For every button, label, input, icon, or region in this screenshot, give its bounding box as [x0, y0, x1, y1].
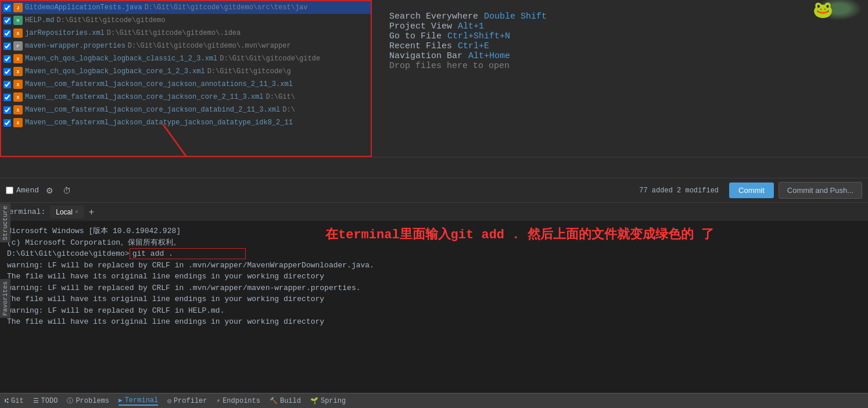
status-bar-todo[interactable]: ☰ TODO: [33, 397, 58, 405]
file-checkbox[interactable]: [3, 81, 11, 88]
terminal-warning-line: The file will have its original line end…: [7, 271, 861, 282]
shortcut-key: Ctrl+E: [458, 41, 489, 51]
file-path: D:\Git\: [266, 93, 295, 101]
shortcut-row: Drop files here to open: [389, 61, 851, 71]
shortcut-key: Double Shift: [484, 12, 547, 22]
file-checkbox[interactable]: [3, 17, 11, 24]
file-item[interactable]: X Maven__com_fasterxml_jackson_datatype_…: [1, 116, 371, 129]
file-checkbox[interactable]: [3, 55, 11, 63]
problems-label: Problems: [76, 397, 109, 405]
file-checkbox[interactable]: [3, 94, 11, 101]
terminal-warning-line: warning: LF will be replaced by CRLF in …: [7, 305, 861, 317]
terminal-tab-close[interactable]: ×: [75, 209, 78, 215]
terminal-prompt: D:\Git\Git\gitcode\gitdemo>: [7, 248, 130, 260]
file-item[interactable]: M HELP.md D:\Git\Git\gitcode\gitdemo: [1, 14, 371, 27]
shortcut-row: Recent Files Ctrl+E: [389, 41, 851, 51]
shortcut-row: Navigation Bar Alt+Home: [389, 51, 851, 61]
commit-bar: Amend ⚙ ⏱ 77 added 2 modified Commit Com…: [0, 178, 868, 202]
shortcut-key: Alt+Home: [468, 51, 510, 61]
file-checkbox[interactable]: [3, 68, 11, 76]
file-checkbox[interactable]: [3, 42, 11, 50]
commit-message-area[interactable]: [0, 157, 868, 178]
file-path: D:\Git\Git\gitcode\gitdemo\src\test\jav: [145, 3, 308, 12]
shortcut-label: Navigation Bar: [389, 51, 462, 61]
file-item[interactable]: J GitdemoApplicationTests.java D:\Git\Gi…: [1, 1, 371, 14]
terminal-warning-line: warning: LF will be replaced by CRLF in …: [7, 282, 861, 294]
file-name: jarRepositories.xml: [25, 29, 105, 37]
status-bar-build[interactable]: 🔨 Build: [270, 397, 301, 405]
terminal-add-button[interactable]: +: [87, 207, 96, 217]
terminal-command-line: D:\Git\Git\gitcode\gitdemo>: [7, 248, 861, 260]
file-name: Maven__com_fasterxml_jackson_datatype_ja…: [25, 119, 293, 127]
terminal-label: Terminal:: [5, 207, 45, 216]
settings-button[interactable]: ⚙: [44, 185, 56, 196]
commit-push-button[interactable]: Commit and Push...: [779, 182, 862, 199]
terminal-line: (c) Microsoft Corporation。保留所有权利。: [7, 237, 861, 249]
file-path: D:\Git\Git\gitcode\gitdemo: [56, 16, 165, 24]
file-path: D:\: [282, 106, 295, 114]
amend-label: Amend: [16, 186, 39, 195]
file-list-area: J GitdemoApplicationTests.java D:\Git\Gi…: [0, 0, 868, 157]
terminal-section: Terminal: Local × + 在terminal里面输入git add…: [0, 202, 868, 393]
file-checkbox[interactable]: [3, 106, 11, 114]
status-bar-endpoints[interactable]: ⚡ Endpoints: [217, 397, 260, 405]
file-item[interactable]: X Maven__com_fasterxml_jackson_core_jack…: [1, 78, 371, 91]
shortcut-label: Go to File: [389, 31, 442, 41]
status-bar: ⑆ Git ☰ TODO ⓘ Problems ▶ Terminal ◎ Pro…: [0, 393, 868, 408]
status-bar-terminal[interactable]: ▶ Terminal: [119, 396, 158, 406]
file-name: Maven__com_fasterxml_jackson_core_jackso…: [25, 106, 280, 114]
file-name: Maven_ch_qos_logback_logback_classic_1_2…: [25, 55, 217, 63]
file-item[interactable]: X jarRepositories.xml D:\Git\Git\gitcode…: [1, 27, 371, 40]
shortcut-label: Recent Files: [389, 41, 452, 51]
file-item[interactable]: X Maven_ch_qos_logback_logback_classic_1…: [1, 52, 371, 65]
terminal-line: Microsoft Windows [版本 10.0.19042.928]: [7, 226, 861, 237]
amend-checkbox[interactable]: Amend: [6, 186, 39, 195]
file-name: Maven__com_fasterxml_jackson_core_jackso…: [25, 80, 293, 88]
status-bar-problems[interactable]: ⓘ Problems: [67, 396, 109, 405]
spring-label: Spring: [321, 397, 346, 405]
history-button[interactable]: ⏱: [60, 185, 73, 196]
status-text: 77 added 2 modified: [639, 187, 719, 195]
status-bar-spring[interactable]: 🌱 Spring: [310, 397, 346, 405]
git-label: Git: [11, 397, 24, 405]
shortcut-key: Alt+1: [458, 22, 484, 31]
structure-sidebar[interactable]: Structure: [0, 203, 10, 242]
file-name: GitdemoApplicationTests.java: [25, 3, 142, 12]
shortcut-label: Search Everywhere: [389, 12, 478, 22]
file-path: D:\Git\Git\gitcode\gitdemo\.idea: [107, 29, 241, 37]
file-checkbox[interactable]: [3, 4, 11, 12]
terminal-tabs: Terminal: Local × +: [0, 202, 868, 221]
amend-check[interactable]: [6, 187, 13, 194]
file-name: Maven__com_fasterxml_jackson_core_jackso…: [25, 93, 263, 101]
shortcut-row: Project View Alt+1: [389, 22, 851, 31]
profiler-label: Profiler: [174, 397, 207, 405]
structure-label: Structure: [2, 206, 9, 240]
terminal-command-input[interactable]: [130, 248, 246, 259]
status-bar-git[interactable]: ⑆ Git: [5, 397, 24, 405]
file-checkbox[interactable]: [3, 119, 11, 127]
file-path: D:\Git\Git\gitcode\gitde: [220, 55, 320, 63]
terminal-tab-local[interactable]: Local ×: [50, 206, 84, 219]
file-item[interactable]: X Maven_ch_qos_logback_logback_core_1_2_…: [1, 65, 371, 78]
shortcut-row: Go to File Ctrl+Shift+N: [389, 31, 851, 41]
file-item[interactable]: X Maven__com_fasterxml_jackson_core_jack…: [1, 103, 371, 116]
favorites-sidebar[interactable]: Favorites: [0, 279, 10, 318]
commit-button[interactable]: Commit: [729, 182, 774, 198]
status-bar-profiler[interactable]: ◎ Profiler: [167, 397, 207, 405]
favorites-label: Favorites: [2, 281, 9, 316]
file-item[interactable]: X Maven__com_fasterxml_jackson_core_jack…: [1, 91, 371, 103]
todo-label: TODO: [41, 397, 58, 405]
terminal-status-label: Terminal: [125, 396, 159, 405]
file-name: HELP.md: [25, 16, 54, 24]
commit-message-input[interactable]: [5, 163, 863, 172]
build-label: Build: [280, 397, 301, 405]
terminal-warning-line: The file will have its original line end…: [7, 316, 861, 328]
shortcut-label: Project View: [389, 22, 452, 31]
drop-files-text: Drop files here to open: [389, 61, 510, 71]
shortcuts-panel: 🐸 Search Everywhere Double Shift Project…: [372, 0, 868, 157]
terminal-content[interactable]: 在terminal里面输入git add . 然后上面的文件就变成绿色的 了 M…: [0, 221, 868, 393]
shortcut-key: Ctrl+Shift+N: [447, 31, 510, 41]
file-checkbox[interactable]: [3, 30, 11, 37]
file-item[interactable]: P maven-wrapper.properties D:\Git\Git\gi…: [1, 40, 371, 52]
terminal-warning-line: warning: LF will be replaced by CRLF in …: [7, 260, 861, 271]
